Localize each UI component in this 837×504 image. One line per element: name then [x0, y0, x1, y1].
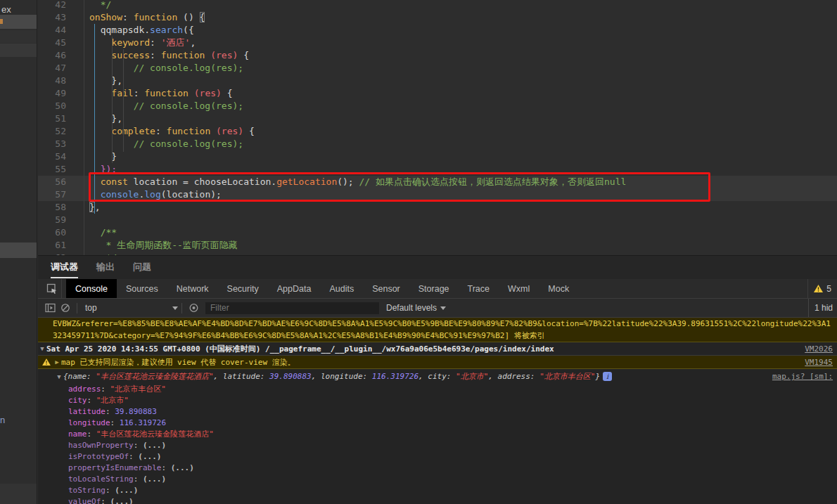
panel-tab-输出[interactable]: 输出: [96, 261, 115, 275]
hidden-messages-label[interactable]: 1 hid: [808, 299, 833, 317]
object-property-row[interactable]: toLocaleString: (...): [38, 474, 837, 485]
code-line-54[interactable]: 54 }: [38, 150, 837, 163]
tab-wxml[interactable]: Wxml: [499, 279, 539, 298]
code-token: keyword: [111, 37, 150, 48]
code-line-49[interactable]: 49 fail: function (res) {: [38, 87, 837, 100]
code-line-48[interactable]: 48 },: [38, 75, 837, 87]
object-property-row[interactable]: name: "丰台区莲花池云瑧金陵莲花酒店": [38, 429, 837, 440]
collapse-triangle-icon[interactable]: ▼: [55, 373, 63, 380]
property-value[interactable]: (...): [171, 463, 194, 474]
modified-file-marker: [0, 19, 3, 24]
line-number: 56: [38, 176, 66, 188]
code-line-60[interactable]: 60 /**: [38, 226, 837, 239]
code-line-61[interactable]: 61 * 生命周期函数--监听页面隐藏: [38, 239, 837, 252]
code-text: success: function (res) {: [84, 49, 249, 62]
code-line-55[interactable]: 55 });: [38, 163, 837, 176]
object-property-row[interactable]: isPrototypeOf: (...): [38, 451, 837, 463]
panel-tab-问题[interactable]: 问题: [133, 261, 151, 275]
code-line-59[interactable]: 59: [38, 214, 837, 226]
line-number: 61: [38, 239, 66, 252]
code-line-56[interactable]: 56 const location = chooseLocation.getLo…: [38, 176, 837, 188]
clear-console-icon[interactable]: [58, 303, 73, 313]
inspect-element-icon[interactable]: [42, 279, 62, 298]
property-key: latitude: [68, 406, 106, 418]
log-text: Sat Apr 25 2020 14:34:55 GMT+0800 (中国标准时…: [46, 344, 554, 354]
object-property-row[interactable]: propertyIsEnumerable: (...): [38, 463, 837, 474]
code-line-45[interactable]: 45 keyword: '酒店',: [38, 37, 837, 49]
code-line-51[interactable]: 51 },: [38, 112, 837, 125]
property-value[interactable]: (...): [115, 485, 138, 496]
code-text: // console.log(res);: [84, 138, 243, 150]
tab-mock[interactable]: Mock: [539, 279, 578, 298]
tab-security[interactable]: Security: [218, 279, 268, 298]
property-value[interactable]: (...): [138, 451, 161, 463]
code-line-58[interactable]: 58},: [38, 201, 837, 214]
code-token: (location);: [161, 189, 222, 200]
preview-token: , address:: [488, 372, 539, 381]
tab-sources[interactable]: Sources: [117, 279, 167, 298]
file-tree-item-label[interactable]: ex: [1, 4, 11, 15]
console-warning-map[interactable]: ▶ map 已支持同层渲染，建议使用 view 代替 cover-view 渲染…: [38, 356, 837, 369]
object-property-row[interactable]: latitude: 39.890883: [38, 406, 837, 418]
code-line-52[interactable]: 52 complete: function (res) {: [38, 125, 837, 138]
source-link[interactable]: VM2026: [805, 344, 837, 354]
tab-network[interactable]: Network: [167, 279, 218, 298]
object-properties: address: "北京市丰台区"city: "北京市"latitude: 39…: [38, 384, 837, 504]
source-link[interactable]: map.js? [sm]:: [772, 372, 837, 381]
info-badge-icon[interactable]: i: [603, 372, 612, 381]
source-link[interactable]: VM1945: [805, 358, 837, 367]
tab-appdata[interactable]: AppData: [268, 279, 321, 298]
gutter: [66, 176, 84, 188]
object-property-row[interactable]: city: "北京市": [38, 395, 837, 406]
code-line-47[interactable]: 47 // console.log(res);: [38, 62, 837, 75]
create-live-expression-eye-icon[interactable]: [186, 303, 201, 313]
file-tree-row[interactable]: [0, 30, 37, 43]
javascript-context-select[interactable]: top: [81, 303, 178, 313]
code-line-43[interactable]: 43onShow: function () {: [38, 11, 837, 24]
console-object-preview[interactable]: ▼ {name: "丰台区莲花池云瑧金陵莲花酒店", latitude: 39.…: [38, 369, 837, 384]
code-token: qqmapsdk.: [89, 25, 150, 35]
tab-trace[interactable]: Trace: [459, 279, 499, 298]
code-token: * 生命周期函数--监听页面隐藏: [106, 240, 237, 250]
file-tree-row[interactable]: [0, 243, 37, 258]
console-log-timestamp[interactable]: ▼ Sat Apr 25 2020 14:34:55 GMT+0800 (中国标…: [38, 342, 837, 356]
gutter: [66, 226, 84, 239]
log-levels-select[interactable]: Default levels: [386, 303, 446, 313]
tab-audits[interactable]: Audits: [320, 279, 363, 298]
code-line-57[interactable]: 57 console.log(location);: [38, 188, 837, 201]
tab-console[interactable]: Console: [66, 279, 117, 298]
code-line-50[interactable]: 50 // console.log(res);: [38, 100, 837, 112]
tab-storage[interactable]: Storage: [409, 279, 459, 298]
property-value[interactable]: (...): [143, 440, 166, 451]
property-value[interactable]: (...): [110, 496, 134, 504]
code-line-53[interactable]: 53 // console.log(res);: [38, 138, 837, 150]
code-text: [84, 214, 89, 226]
panel-tab-调试器[interactable]: 调试器: [51, 261, 78, 275]
object-property-row[interactable]: longitude: 116.319726: [38, 418, 837, 429]
collapse-triangle-icon[interactable]: ▼: [38, 345, 46, 352]
code-line-46[interactable]: 46 success: function (res) {: [38, 49, 837, 62]
expand-triangle-icon[interactable]: ▶: [53, 358, 61, 366]
file-tree-item-label[interactable]: n: [0, 415, 5, 425]
error-warning-summary[interactable]: 5: [807, 279, 837, 298]
show-console-sidebar-icon[interactable]: [42, 303, 58, 313]
code-editor[interactable]: 42 */43onShow: function () {44 qqmapsdk.…: [38, 0, 837, 255]
console-warning-url[interactable]: EVBWZ&referer=%E8%85%BE%E8%AE%AF%E4%BD%8…: [38, 318, 837, 342]
object-property-row[interactable]: toString: (...): [38, 485, 837, 496]
warning-text-line: EVBWZ&referer=%E8%85%BE%E8%AE%AF%E4%BD%8…: [38, 318, 837, 330]
tab-sensor[interactable]: Sensor: [363, 279, 409, 298]
object-property-row[interactable]: address: "北京市丰台区": [38, 384, 837, 395]
code-line-42[interactable]: 42 */: [38, 0, 837, 11]
code-token: // console.log(res);: [134, 101, 244, 111]
file-tree-row[interactable]: [0, 44, 37, 57]
file-tree-sidebar: ex n: [0, 0, 37, 504]
property-key: longitude: [68, 418, 110, 429]
divider: [181, 303, 182, 314]
code-line-44[interactable]: 44 qqmapsdk.search({: [38, 24, 837, 37]
object-property-row[interactable]: hasOwnProperty: (...): [38, 440, 837, 451]
file-tree-selected-row[interactable]: [0, 15, 37, 29]
property-value[interactable]: (...): [143, 474, 166, 485]
object-property-row[interactable]: valueOf: (...): [38, 496, 837, 504]
filter-input[interactable]: [205, 302, 379, 314]
line-number: 55: [38, 163, 66, 176]
